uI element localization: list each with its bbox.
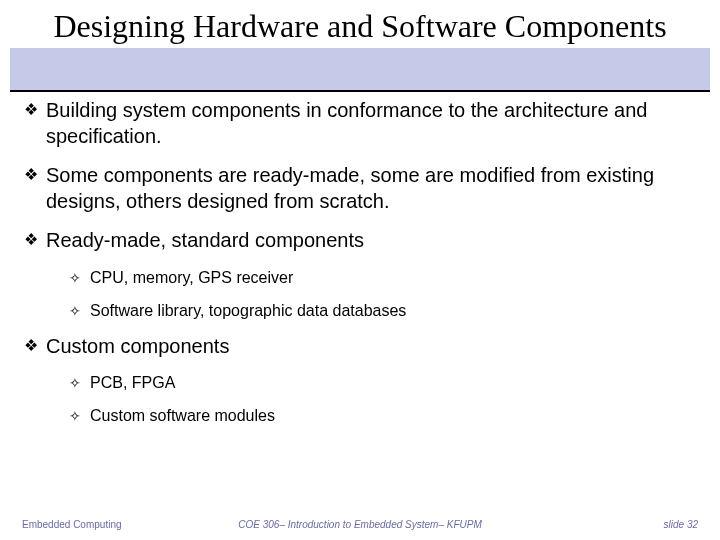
cross-icon: ✧ (68, 301, 82, 321)
sub-text: CPU, memory, GPS receiver (90, 268, 293, 289)
bullet-item: ❖ Building system components in conforma… (24, 98, 696, 149)
title-background-band (10, 48, 710, 90)
slide-body: ❖ Building system components in conforma… (24, 98, 696, 439)
sub-text: Software library, topographic data datab… (90, 301, 406, 322)
footer-center: COE 306– Introduction to Embedded System… (0, 519, 720, 530)
sub-item: ✧ CPU, memory, GPS receiver (68, 268, 696, 289)
footer-right: slide 32 (664, 519, 698, 530)
slide-footer: Embedded Computing COE 306– Introduction… (0, 510, 720, 530)
sub-text: PCB, FPGA (90, 373, 175, 394)
slide-title: Designing Hardware and Software Componen… (0, 8, 720, 45)
bullet-text: Custom components (46, 334, 229, 360)
bullet-item: ❖ Ready-made, standard components (24, 228, 696, 254)
bullet-text: Ready-made, standard components (46, 228, 364, 254)
cross-icon: ✧ (68, 406, 82, 426)
diamond-icon: ❖ (24, 334, 38, 358)
sub-item: ✧ PCB, FPGA (68, 373, 696, 394)
title-underline (10, 90, 710, 92)
bullet-item: ❖ Custom components (24, 334, 696, 360)
bullet-item: ❖ Some components are ready-made, some a… (24, 163, 696, 214)
diamond-icon: ❖ (24, 228, 38, 252)
bullet-text: Building system components in conformanc… (46, 98, 696, 149)
diamond-icon: ❖ (24, 163, 38, 187)
sub-item: ✧ Software library, topographic data dat… (68, 301, 696, 322)
diamond-icon: ❖ (24, 98, 38, 122)
cross-icon: ✧ (68, 373, 82, 393)
cross-icon: ✧ (68, 268, 82, 288)
sub-item: ✧ Custom software modules (68, 406, 696, 427)
bullet-text: Some components are ready-made, some are… (46, 163, 696, 214)
sub-text: Custom software modules (90, 406, 275, 427)
